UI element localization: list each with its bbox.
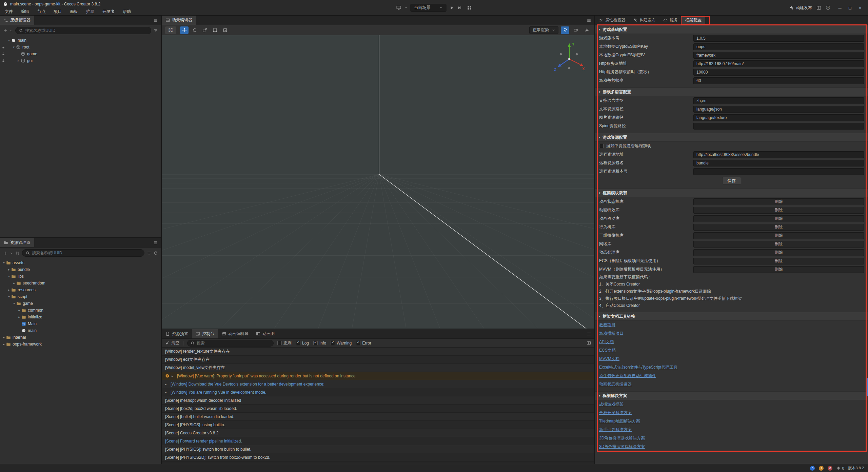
log-row[interactable]: [Scene] [PHYSICS]: using builtin.: [162, 421, 594, 429]
solution-link-4[interactable]: 2D角色扮演游戏解决方案: [599, 435, 645, 441]
expander-icon[interactable]: ▸: [165, 391, 169, 394]
inspector-tab-0[interactable]: 属性检查器: [595, 16, 629, 25]
tab-hierarchy[interactable]: 层级管理器: [0, 16, 34, 25]
notification-bell[interactable]: 0: [836, 466, 844, 470]
language-field-3-input[interactable]: [693, 123, 864, 130]
scene-menu-icon[interactable]: [587, 18, 591, 23]
inspector-tab-1[interactable]: 构建发布: [629, 16, 659, 25]
expand-arrow-icon[interactable]: ▸: [12, 281, 16, 285]
console-tab-2[interactable]: 动画编辑器: [218, 329, 252, 338]
menu-item-1[interactable]: 编辑: [17, 8, 33, 15]
close-button[interactable]: ×: [855, 3, 865, 13]
expand-arrow-icon[interactable]: ▸: [7, 288, 11, 292]
render-mode-select[interactable]: 正常渲染: [529, 26, 558, 34]
asset-node-row-seedrandom[interactable]: ▸seedrandom: [0, 280, 161, 287]
lighting-toggle-button[interactable]: [561, 26, 569, 34]
layout-grid-button[interactable]: [467, 5, 472, 10]
scene-viewport[interactable]: Y X Z: [162, 35, 594, 329]
section-solutions[interactable]: ▾框架解决方案: [595, 391, 868, 400]
doc-link-1[interactable]: 游戏模板项目: [599, 331, 624, 336]
log-row[interactable]: [Window] ecs文件夹存在: [162, 356, 594, 364]
console-tab-0[interactable]: 资源预览: [162, 329, 192, 338]
doc-link-3[interactable]: ECS文档: [599, 348, 616, 353]
console-search-input[interactable]: [197, 341, 270, 346]
hierarchy-node-row-game[interactable]: game: [0, 51, 161, 57]
log-row[interactable]: [Scene] Cocos Creator v3.8.2: [162, 429, 594, 437]
checkbox[interactable]: [296, 341, 300, 345]
log-row[interactable]: [Window] model_view文件夹存在: [162, 364, 594, 372]
checkbox[interactable]: [331, 341, 335, 345]
section-basic-config[interactable]: ▾游戏基础配置: [595, 25, 868, 34]
camera-settings-button[interactable]: [572, 26, 580, 34]
hierarchy-menu-icon[interactable]: [153, 18, 158, 23]
scene-settings-button[interactable]: [583, 26, 591, 34]
inspector-tab-2[interactable]: 服务: [659, 16, 682, 25]
log-row[interactable]: ▸[Window] [Vue warn]: Property "onInput"…: [162, 372, 594, 380]
doc-link-2[interactable]: API文档: [599, 339, 614, 345]
scene-selector[interactable]: 当前场景: [411, 4, 447, 12]
console-tab-1[interactable]: 控制台: [192, 329, 218, 338]
sort-icon[interactable]: [15, 251, 20, 255]
help-icon[interactable]: ?: [826, 5, 830, 10]
play-button[interactable]: [450, 5, 454, 10]
console-filter-Info[interactable]: Info: [313, 341, 326, 346]
layout-icon[interactable]: [816, 5, 821, 10]
module-delete-button-7[interactable]: 删除: [693, 258, 864, 264]
hierarchy-search-input[interactable]: [25, 28, 147, 33]
filter-icon[interactable]: [154, 28, 158, 33]
console-filter-Log[interactable]: Log: [296, 341, 309, 346]
log-row[interactable]: ▸[Window] Download the Vue Devtools exte…: [162, 380, 594, 388]
doc-link-0[interactable]: 教程项目: [599, 322, 615, 328]
move-tool-button[interactable]: [180, 26, 189, 34]
basic-field-2-input[interactable]: [693, 52, 864, 59]
log-row[interactable]: ▸[Window] You are running Vue in develop…: [162, 388, 594, 396]
menu-item-5[interactable]: 扩展: [82, 8, 98, 15]
hierarchy-node-row-main[interactable]: ▾main: [0, 37, 161, 44]
checkbox[interactable]: [313, 341, 318, 345]
expand-arrow-icon[interactable]: ▸: [17, 315, 21, 319]
menu-item-2[interactable]: 节点: [33, 8, 50, 15]
solution-link-2[interactable]: Tiledmap地图解决方案: [599, 418, 640, 424]
minimize-button[interactable]: ─: [835, 3, 845, 13]
remote-load-checkbox[interactable]: [599, 144, 604, 148]
asset-node-row-internal[interactable]: ▸internal: [0, 334, 161, 341]
assets-search-input[interactable]: [32, 251, 141, 255]
section-resource-config[interactable]: ▾游戏资源配置: [595, 133, 868, 142]
log-row[interactable]: [Scene] [PHYSICS]: switch from builtin t…: [162, 445, 594, 453]
tab-scene-editor[interactable]: 场景编辑器: [162, 16, 196, 25]
solution-link-0[interactable]: 战棋游戏框架: [599, 401, 624, 407]
expander-icon[interactable]: ▸: [172, 374, 175, 378]
log-row[interactable]: [Scene] Forward render pipeline initiali…: [162, 437, 594, 445]
asset-node-row-common[interactable]: ▸common: [0, 307, 161, 314]
save-button[interactable]: 保存: [722, 177, 741, 184]
solution-link-3[interactable]: 新手引导解决方案: [599, 427, 632, 433]
module-delete-button-8[interactable]: 删除: [693, 266, 864, 273]
module-delete-button-3[interactable]: 删除: [693, 224, 864, 231]
resource-field-1-input[interactable]: [693, 160, 864, 166]
basic-field-5-input[interactable]: [693, 77, 864, 84]
create-asset-button[interactable]: [3, 251, 7, 255]
chevron-down-icon[interactable]: [405, 6, 408, 9]
preview-device-icon[interactable]: [396, 5, 401, 10]
projection-toggle-button[interactable]: 3D: [165, 26, 176, 34]
console-filter-Error[interactable]: Error: [356, 341, 371, 346]
menu-item-3[interactable]: 项目: [50, 8, 66, 15]
collapse-arrow-icon[interactable]: ▾: [12, 302, 16, 305]
transform-tool-button[interactable]: [221, 26, 229, 34]
tab-assets[interactable]: 资源管理器: [0, 238, 34, 247]
asset-node-row-libs[interactable]: ▾libs: [0, 273, 161, 280]
inspector-tab-3[interactable]: 框架配置: [682, 16, 705, 25]
collapse-arrow-icon[interactable]: ▾: [2, 261, 6, 264]
error-count-badge[interactable]: 0: [828, 466, 832, 471]
menu-item-6[interactable]: 开发者: [98, 8, 119, 15]
console-layout-icon[interactable]: [587, 341, 591, 345]
checkbox[interactable]: [277, 341, 282, 345]
hierarchy-node-row-root[interactable]: ▾root: [0, 44, 161, 51]
doc-link-7[interactable]: 动画状态机编辑器: [599, 381, 632, 387]
asset-node-row-main[interactable]: main: [0, 327, 161, 334]
orientation-gizmo[interactable]: Y X Z: [552, 40, 586, 76]
chevron-down-icon[interactable]: [10, 29, 13, 32]
asset-node-row-initialize[interactable]: ▸initialize: [0, 314, 161, 320]
refresh-icon[interactable]: [154, 251, 158, 255]
expander-icon[interactable]: ▸: [165, 382, 169, 386]
